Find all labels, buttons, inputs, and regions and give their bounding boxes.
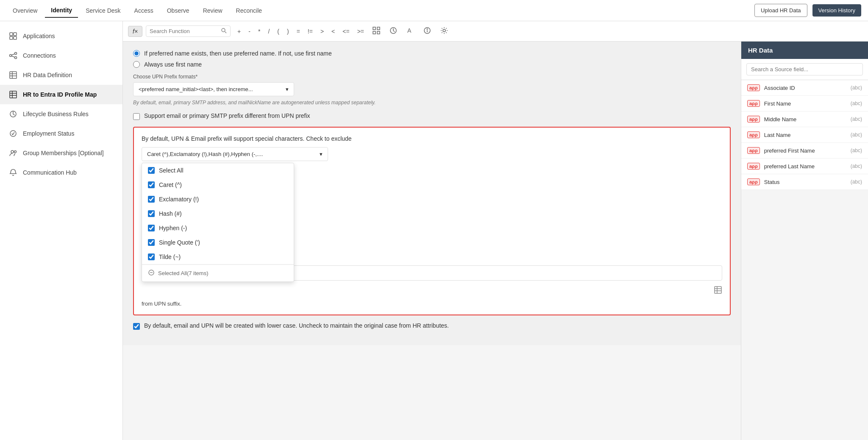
field-label-status: Status [764,179,780,185]
radio-first-name[interactable]: Always use first name [133,61,731,68]
radio-preferred-name[interactable]: If preferred name exists, then use prefe… [133,50,731,57]
field-type-last-name: (abc) [851,132,862,138]
dropdown-item-exclamatory[interactable]: Exclamatory (!) [142,192,294,206]
svg-point-20 [14,151,17,153]
sidebar-item-hr-data-definition[interactable]: HR Data Definition [0,65,122,85]
svg-rect-3 [14,36,17,39]
settings-icon[interactable] [438,26,451,36]
formula-search[interactable] [146,25,231,37]
op-minus[interactable]: - [247,27,252,36]
right-panel-search-input[interactable] [746,63,863,75]
svg-rect-35 [715,287,721,293]
dropdown-item-caret[interactable]: Caret (^) [142,178,294,192]
svg-rect-13 [10,91,17,98]
formula-operators: + - * / ( ) = != > < <= >= [236,26,451,36]
op-less-eq[interactable]: <= [341,27,351,36]
select-all-checkbox[interactable] [148,167,155,174]
nav-reconcile[interactable]: Reconcile [230,4,268,17]
svg-point-18 [10,131,16,136]
lowercase-checkbox-label: By default, email and UPN will be create… [144,322,449,329]
field-first-name[interactable]: aρρ First Name (abc) [741,96,868,111]
deselect-icon[interactable] [148,269,155,277]
op-greater-eq[interactable]: >= [356,27,366,36]
lowercase-checkbox[interactable] [133,323,140,330]
sidebar-label-applications: Applications [23,33,55,39]
field-label-first-name: First Name [764,100,791,107]
sidebar-item-group-memberships[interactable]: Group Memberships [Optional] [0,143,122,163]
op-greater[interactable]: > [319,27,326,36]
nav-identity[interactable]: Identity [45,3,78,18]
upn-prefix-section: Choose UPN Prefix formats* <preferred na… [133,74,731,106]
op-multiply[interactable]: * [256,27,262,36]
upn-prefix-dropdown[interactable]: <preferred name_initial><last>, then inc… [133,82,294,96]
exclamatory-checkbox[interactable] [148,196,155,203]
sidebar-item-connections[interactable]: Connections [0,46,122,65]
op-close-paren[interactable]: ) [285,27,291,36]
radio-group-name: If preferred name exists, then use prefe… [133,50,731,68]
clock-icon[interactable] [387,26,400,36]
formula-search-input[interactable] [150,28,218,34]
special-chars-dropdown[interactable]: Caret (^),Exclamatory (!),Hash (#),Hyphe… [142,147,328,161]
nav-review[interactable]: Review [197,4,228,17]
nav-access[interactable]: Access [128,4,159,17]
svg-line-8 [11,56,15,57]
field-status[interactable]: aρρ Status (abc) [741,174,868,190]
right-panel: HR Data aρρ Associate ID (abc) aρρ First… [741,42,868,440]
svg-point-21 [222,28,225,32]
hash-checkbox[interactable] [148,210,155,217]
sidebar-item-lifecycle[interactable]: Lifecycle Business Rules [0,104,122,124]
svg-point-19 [11,150,14,153]
content-area: If preferred name exists, then use prefe… [123,42,741,345]
nav-overview[interactable]: Overview [7,4,43,17]
dropdown-item-hash[interactable]: Hash (#) [142,206,294,221]
radio-first-name-input[interactable] [133,61,140,68]
svg-rect-1 [14,33,17,36]
field-preferred-last-name[interactable]: aρρ preferred Last Name (abc) [741,159,868,174]
nav-service-desk[interactable]: Service Desk [80,4,126,17]
fx-button[interactable]: f× [128,26,142,37]
table-icon-hr [8,70,18,80]
sidebar-label-lifecycle: Lifecycle Business Rules [23,111,89,117]
op-not-equals[interactable]: != [306,27,314,36]
sidebar-item-communication-hub[interactable]: Communication Hub [0,163,122,182]
op-equals[interactable]: = [295,27,302,36]
cycle-icon [8,109,18,119]
single-quote-checkbox[interactable] [148,239,155,246]
sidebar-item-hr-to-entra[interactable]: HR to Entra ID Profile Map [0,85,122,104]
op-divide[interactable]: / [266,27,271,36]
upn-suffix-note: from UPN suffix. [142,301,722,307]
svg-point-31 [427,29,428,30]
info-icon[interactable] [421,26,434,36]
op-open-paren[interactable]: ( [275,27,281,36]
dropdown-select-all[interactable]: Select All [142,163,294,178]
grid-view-icon[interactable] [370,26,383,36]
caret-checkbox[interactable] [148,181,155,188]
version-history-button[interactable]: Version History [812,4,861,17]
dropdown-item-hyphen[interactable]: Hyphen (-) [142,221,294,235]
upload-hr-data-button[interactable]: Upload HR Data [754,4,807,17]
op-less[interactable]: < [330,27,337,36]
nav-observe[interactable]: Observe [161,4,195,17]
exclamatory-label: Exclamatory (!) [159,196,199,203]
dropdown-item-single-quote[interactable]: Single Quote (') [142,235,294,250]
field-preferred-first-name[interactable]: aρρ preferred First Name (abc) [741,143,868,159]
smtp-checkbox[interactable] [133,113,140,120]
sidebar-item-applications[interactable]: Applications [0,26,122,46]
tilde-checkbox[interactable] [148,253,155,260]
field-label-middle-name: Middle Name [764,116,797,123]
font-icon[interactable]: A [404,26,417,36]
caret-label: Caret (^) [159,181,182,188]
hyphen-checkbox[interactable] [148,225,155,231]
field-associate-id[interactable]: aρρ Associate ID (abc) [741,80,868,96]
sidebar: Applications Connections HR Data Definit… [0,21,123,440]
sidebar-item-employment-status[interactable]: Employment Status [0,124,122,143]
op-plus[interactable]: + [236,27,242,36]
radio-preferred-name-input[interactable] [133,50,140,57]
dropdown-item-tilde[interactable]: Tilde (~) [142,250,294,265]
table-icon-bottom[interactable] [714,286,722,295]
right-panel-search-container [741,59,868,80]
svg-line-22 [225,32,227,33]
field-middle-name[interactable]: aρρ Middle Name (abc) [741,111,868,127]
red-section-title: By default, UPN & Email prefix will supp… [142,135,722,142]
field-last-name[interactable]: aρρ Last Name (abc) [741,127,868,143]
